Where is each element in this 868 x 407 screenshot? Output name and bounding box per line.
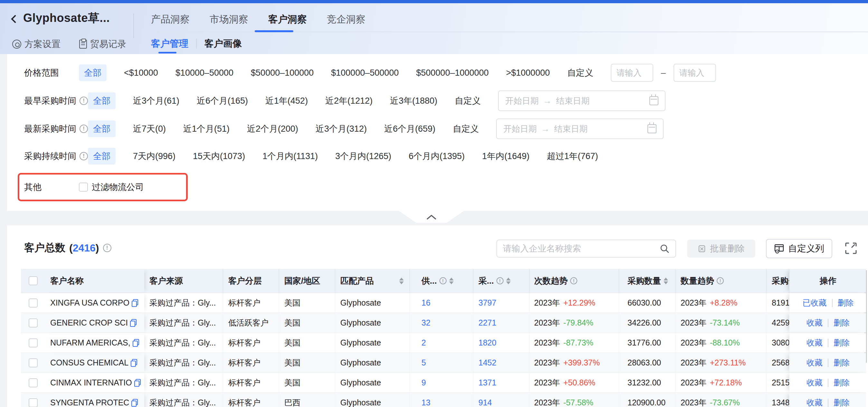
company-search-input[interactable] [503, 244, 659, 254]
suppliers-link[interactable]: 16 [422, 298, 430, 308]
info-icon[interactable] [80, 125, 88, 133]
row-checkbox[interactable] [29, 338, 38, 347]
filter-option-custom[interactable]: 自定义 [455, 95, 481, 106]
records-link[interactable]: 1371 [478, 378, 496, 387]
customer-name-cell[interactable]: GENERIC CROP SCI [45, 313, 144, 333]
filter-option[interactable]: 1年内(1649) [482, 150, 529, 162]
delete-link[interactable]: 删除 [834, 338, 850, 348]
filter-option-custom[interactable]: 自定义 [567, 67, 593, 79]
records-link[interactable]: 3797 [478, 298, 496, 308]
copy-icon[interactable] [130, 359, 137, 367]
sort-icon[interactable] [399, 278, 404, 284]
row-checkbox[interactable] [29, 398, 38, 407]
suppliers-link[interactable]: 9 [422, 378, 426, 387]
suppliers-link[interactable]: 32 [422, 318, 430, 327]
suppliers-link[interactable]: 5 [422, 358, 426, 367]
select-all-checkbox[interactable] [29, 276, 38, 285]
row-checkbox[interactable] [29, 318, 38, 327]
delete-link[interactable]: 删除 [834, 377, 850, 388]
trade-records-button[interactable]: 贸易记录 [79, 38, 126, 50]
filter-option[interactable]: 近3年(1880) [390, 95, 437, 106]
filter-option[interactable]: >$1000000 [506, 68, 550, 78]
customize-columns-button[interactable]: 自定义列 [766, 239, 832, 258]
delete-link[interactable]: 删除 [834, 357, 850, 368]
records-link[interactable]: 1820 [478, 338, 496, 347]
scheme-settings-button[interactable]: 方案设置 [12, 38, 61, 50]
copy-icon[interactable] [134, 379, 141, 387]
filter-option-custom[interactable]: 自定义 [453, 123, 479, 134]
checkbox[interactable] [79, 183, 88, 192]
filter-option[interactable]: <$10000 [124, 68, 158, 78]
filter-option[interactable]: $100000–500000 [331, 68, 399, 78]
info-icon[interactable] [570, 277, 577, 284]
filter-option[interactable]: $10000–50000 [176, 68, 234, 78]
suppliers-link[interactable]: 2 [422, 338, 426, 347]
price-min-input[interactable] [611, 64, 653, 82]
filter-option-all[interactable]: 全部 [88, 120, 116, 137]
customer-name-cell[interactable]: SYNGENTA PROTEC [45, 393, 144, 407]
back-icon[interactable] [11, 15, 19, 23]
customer-name-cell[interactable]: NUFARM AMERICAS, [45, 333, 144, 352]
fullscreen-button[interactable] [844, 242, 858, 255]
sort-icon[interactable] [449, 278, 454, 284]
subtab-customer-management[interactable]: 客户管理 [151, 37, 188, 50]
filter-option[interactable]: 近3个月(312) [315, 123, 367, 134]
price-max-input[interactable] [674, 64, 716, 82]
info-icon[interactable] [717, 277, 724, 284]
tab-market-insight[interactable]: 市场洞察 [210, 13, 248, 26]
filter-option[interactable]: 近3个月(61) [133, 95, 179, 106]
copy-icon[interactable] [131, 399, 138, 407]
collapse-filters-handle[interactable] [399, 211, 464, 224]
row-checkbox[interactable] [29, 299, 38, 308]
tab-product-insight[interactable]: 产品洞察 [151, 13, 190, 26]
delete-link[interactable]: 删除 [834, 317, 850, 328]
row-checkbox[interactable] [29, 358, 38, 367]
info-icon[interactable] [80, 152, 88, 160]
batch-delete-button[interactable]: 批量删除 [687, 240, 755, 258]
company-search-box[interactable] [496, 240, 676, 258]
customer-name-cell[interactable]: CINMAX INTERNATIO [45, 373, 144, 393]
favorite-link[interactable]: 收藏 [807, 357, 823, 368]
filter-option[interactable]: 近2个月(200) [247, 123, 298, 134]
subtab-customer-profile[interactable]: 客户画像 [205, 37, 242, 50]
filter-option-all[interactable]: 全部 [88, 92, 116, 109]
delete-link[interactable]: 删除 [838, 298, 854, 308]
filter-option-all[interactable]: 全部 [88, 148, 116, 164]
filter-option[interactable]: 近7天(0) [133, 123, 166, 134]
copy-icon[interactable] [132, 339, 140, 347]
tab-competitor-insight[interactable]: 竞企洞察 [327, 13, 365, 26]
copy-icon[interactable] [130, 319, 137, 327]
copy-icon[interactable] [131, 299, 138, 307]
filter-option[interactable]: 15天内(1073) [193, 150, 245, 162]
suppliers-link[interactable]: 13 [422, 398, 430, 407]
filter-option[interactable]: 近6个月(165) [197, 95, 248, 106]
filter-option[interactable]: $500000–1000000 [416, 68, 489, 78]
filter-option[interactable]: 3个月内(1265) [335, 150, 391, 162]
filter-option[interactable]: 6个月内(1395) [409, 150, 465, 162]
date-range-picker[interactable]: 开始日期 → 结束日期 [496, 119, 663, 139]
customer-name-cell[interactable]: XINGFA USA CORPO [45, 293, 144, 313]
filter-option-all[interactable]: 全部 [79, 64, 106, 81]
filter-option[interactable]: 近1个月(51) [183, 123, 229, 134]
favorite-link[interactable]: 收藏 [807, 338, 823, 348]
favorite-link[interactable]: 已收藏 [803, 298, 827, 308]
filter-option[interactable]: $50000–100000 [251, 68, 314, 78]
info-icon[interactable] [496, 277, 503, 284]
filter-option[interactable]: 1个月内(1131) [262, 150, 318, 162]
records-link[interactable]: 914 [478, 398, 492, 407]
info-icon[interactable] [439, 277, 446, 284]
filter-option[interactable]: 近2年(1212) [325, 95, 373, 106]
records-link[interactable]: 1452 [478, 358, 496, 367]
filter-option[interactable]: 近1年(452) [265, 95, 308, 106]
sort-icon[interactable] [506, 278, 510, 284]
delete-link[interactable]: 删除 [834, 397, 850, 407]
favorite-link[interactable]: 收藏 [807, 317, 823, 328]
filter-logistics-checkbox[interactable]: 过滤物流公司 [79, 181, 144, 193]
favorite-link[interactable]: 收藏 [807, 397, 823, 407]
tab-customer-insight[interactable]: 客户洞察 [268, 13, 307, 26]
customer-name-cell[interactable]: CONSUS CHEMICAL [45, 353, 144, 373]
filter-option[interactable]: 近6个月(659) [384, 123, 435, 134]
filter-option[interactable]: 7天内(996) [133, 150, 176, 162]
info-icon[interactable] [80, 97, 88, 105]
info-icon[interactable] [103, 244, 112, 252]
